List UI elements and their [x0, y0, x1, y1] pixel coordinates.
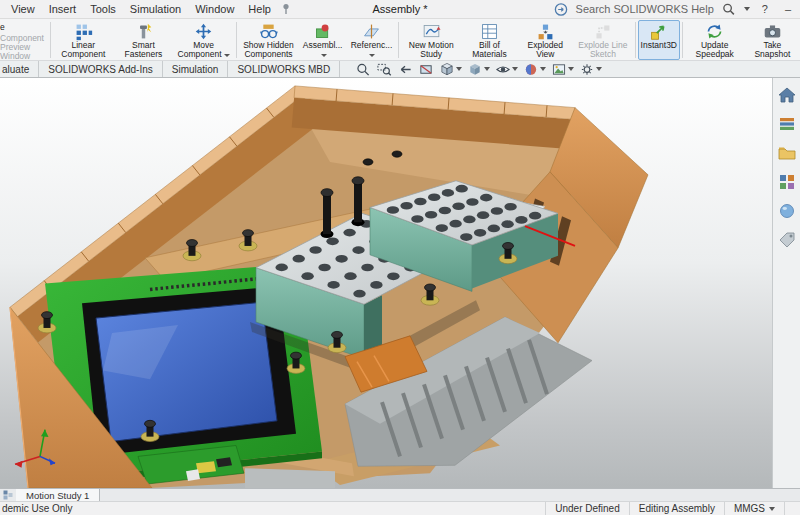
linear-pattern-icon	[74, 22, 93, 41]
main-area	[0, 78, 800, 488]
file-explorer-icon[interactable]	[777, 143, 797, 163]
command-manager-ribbon: e Component Preview Window Linear Compon…	[0, 19, 800, 61]
menu-window[interactable]: Window	[188, 2, 241, 16]
tab-solidworks-add-ins[interactable]: SOLIDWORKS Add-Ins	[39, 61, 162, 77]
tab-motion-study-1[interactable]: Motion Study 1	[16, 489, 100, 501]
move-component-button[interactable]: Move Component	[173, 20, 233, 60]
model-tabs-icon	[3, 490, 14, 500]
ribbon-separator	[682, 22, 683, 58]
ribbon-separator	[236, 22, 237, 58]
graphics-area[interactable]	[0, 78, 772, 488]
chevron-down-icon	[512, 67, 518, 71]
ribbon-separator	[50, 22, 51, 58]
help-button[interactable]: ?	[757, 3, 773, 15]
apply-scene-icon[interactable]	[550, 62, 575, 77]
chevron-down-icon	[484, 67, 490, 71]
chevron-down-icon	[568, 67, 574, 71]
exploded-view-button[interactable]: Exploded View	[518, 20, 573, 60]
tab-solidworks-mbd[interactable]: SOLIDWORKS MBD	[228, 61, 340, 77]
component-preview-window-button: Component Preview Window	[0, 33, 48, 61]
chevron-down-icon	[321, 54, 327, 57]
bill-of-materials-button[interactable]: Bill of Materials	[461, 20, 517, 60]
smart-fasteners-icon	[134, 22, 153, 41]
take-snapshot-icon	[763, 22, 782, 41]
instant3d-button[interactable]: Instant3D	[638, 20, 680, 60]
units-selector[interactable]: MMGS	[724, 502, 784, 515]
section-view-icon[interactable]	[417, 62, 435, 77]
command-manager-tabs: aluate SOLIDWORKS Add-Ins Simulation SOL…	[0, 61, 800, 78]
edit-appearance-icon[interactable]	[522, 62, 547, 77]
search-scope-caret-icon[interactable]	[744, 7, 750, 11]
linear-component-pattern-button[interactable]: Linear Component Pattern	[53, 20, 113, 60]
menu-tools[interactable]: Tools	[83, 2, 123, 16]
chevron-down-icon	[456, 67, 462, 71]
exploded-view-icon	[536, 22, 555, 41]
display-style-icon[interactable]	[466, 62, 491, 77]
appearances-scenes-icon[interactable]	[777, 201, 797, 221]
minimize-button[interactable]: –	[780, 3, 796, 15]
command-search-icon[interactable]	[553, 2, 569, 17]
new-motion-study-icon	[422, 22, 441, 41]
view-palette-icon[interactable]	[777, 172, 797, 192]
show-hidden-components-button[interactable]: Show Hidden Components	[238, 20, 298, 60]
heads-up-view-toolbar	[354, 61, 603, 77]
reference-geometry-icon	[362, 22, 381, 41]
menu-items: View Insert Tools Simulation Window Help	[4, 2, 294, 16]
bill-of-materials-icon	[480, 22, 499, 41]
status-grip	[784, 502, 800, 515]
hide-show-items-icon[interactable]	[494, 62, 519, 77]
menu-help[interactable]: Help	[241, 2, 278, 16]
3d-viewport[interactable]	[0, 78, 772, 488]
explode-line-sketch-button: Explode Line Sketch	[573, 20, 633, 60]
define-state: Under Defined	[545, 502, 628, 515]
chevron-down-icon	[596, 67, 602, 71]
menu-insert[interactable]: Insert	[42, 2, 84, 16]
chevron-down-icon	[369, 54, 375, 57]
screw-head	[392, 151, 402, 157]
task-pane	[772, 78, 800, 488]
tab-simulation[interactable]: Simulation	[163, 61, 229, 77]
explode-line-sketch-icon	[593, 22, 612, 41]
editing-mode: Editing Assembly	[629, 502, 724, 515]
take-snapshot-button[interactable]: Take Snapshot	[745, 20, 800, 60]
zoom-fit-icon[interactable]	[354, 62, 372, 77]
solidworks-window: View Insert Tools Simulation Window Help…	[0, 0, 800, 515]
screw-head	[363, 159, 373, 165]
motion-manager-bar: Motion Study 1	[0, 488, 800, 501]
menu-bar: View Insert Tools Simulation Window Help…	[0, 0, 800, 19]
search-input[interactable]: Search SOLIDWORKS Help	[576, 3, 714, 15]
ribbon-separator	[398, 22, 399, 58]
update-speedpak-button[interactable]: Update Speedpak	[685, 20, 745, 60]
status-bar: demic Use Only Under Defined Editing Ass…	[0, 501, 800, 515]
custom-properties-icon[interactable]	[777, 230, 797, 250]
assembly-features-button[interactable]: Assembl...	[299, 20, 347, 60]
reference-geometry-button[interactable]: Referenc...	[347, 20, 397, 60]
design-library-icon[interactable]	[777, 114, 797, 134]
previous-view-icon[interactable]	[396, 62, 414, 77]
pin-menu-icon[interactable]	[280, 2, 294, 16]
clipped-button-column: e Component Preview Window	[0, 20, 48, 60]
zoom-area-icon[interactable]	[375, 62, 393, 77]
smart-fasteners-button[interactable]: Smart Fasteners	[113, 20, 173, 60]
solidworks-resources-icon[interactable]	[777, 85, 797, 105]
menu-view[interactable]: View	[4, 2, 42, 16]
move-component-icon	[194, 22, 213, 41]
clipped-button-fragment[interactable]: e	[0, 22, 48, 33]
tab-evaluate[interactable]: aluate	[0, 61, 39, 77]
instant3d-icon	[649, 22, 668, 41]
search-icon[interactable]	[721, 2, 737, 17]
chevron-down-icon	[540, 67, 546, 71]
view-orientation-icon[interactable]	[438, 62, 463, 77]
menu-simulation[interactable]: Simulation	[123, 2, 188, 16]
new-motion-study-button[interactable]: New Motion Study	[401, 20, 461, 60]
view-settings-icon[interactable]	[578, 62, 603, 77]
chevron-down-icon	[769, 507, 775, 511]
chevron-down-icon	[224, 54, 230, 57]
show-hidden-components-icon	[259, 22, 278, 41]
license-notice: demic Use Only	[0, 503, 545, 514]
ribbon-separator	[635, 22, 636, 58]
assembly-features-icon	[313, 22, 332, 41]
update-speedpak-icon	[705, 22, 724, 41]
